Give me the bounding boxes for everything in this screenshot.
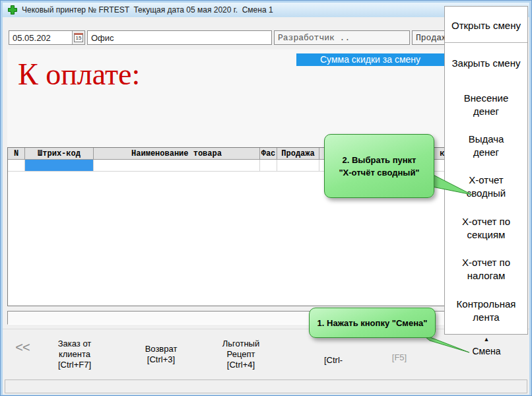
cell-barcode-selected[interactable]: [25, 160, 94, 172]
office-field[interactable]: Офис: [87, 30, 272, 45]
menu-item-control-tape[interactable]: Контрольная лента: [445, 290, 527, 331]
date-field[interactable]: 05.05.202 15: [9, 30, 85, 45]
callout-step1-text: 1. Нажать кнопку "Смена": [317, 317, 428, 329]
column-header-n: N: [8, 148, 25, 159]
payment-due-label: К оплате:: [18, 59, 140, 90]
shift-discount-label: Сумма скидки за смену: [296, 53, 444, 66]
callout-step2: 2. Выбрать пункт "Х-отчёт сводный": [324, 134, 434, 198]
calendar-icon: 15: [74, 33, 83, 42]
cell-pack[interactable]: [260, 160, 277, 172]
status-bar: [5, 380, 527, 393]
hidden-button-fragment[interactable]: [Ctrl-: [324, 355, 365, 366]
return-button[interactable]: Возврат [Ctrl+3]: [125, 344, 197, 365]
column-header-barcode: Штрих-код: [25, 148, 94, 159]
column-header-item-name: Наименование товара: [94, 148, 260, 159]
menu-item-cash-out[interactable]: Выдача денег: [445, 125, 527, 166]
customer-order-button[interactable]: Заказ от клиента [Ctrl+F7]: [39, 339, 110, 370]
menu-item-x-report-sections[interactable]: Х-отчет по секциям: [445, 208, 527, 249]
column-header-pack: Фас: [260, 148, 277, 159]
date-value: 05.05.202: [13, 33, 72, 43]
menu-item-close-shift[interactable]: Закрыть смену: [445, 43, 527, 84]
menu-item-cash-in[interactable]: Внесение денег: [445, 84, 527, 125]
developer-field[interactable]: Разработчик ..: [274, 30, 410, 45]
menu-item-x-report-taxes[interactable]: Х-отчет по налогам: [445, 249, 527, 290]
app-window: Чековый принтер № FRTEST Текущая дата 05…: [0, 0, 532, 396]
up-arrow-icon: ▲: [484, 336, 490, 343]
back-button[interactable]: <<: [9, 342, 36, 352]
cell-item-name[interactable]: [94, 160, 260, 172]
office-value: Офис: [91, 33, 114, 43]
app-icon: [7, 5, 18, 15]
f5-button[interactable]: [F5]: [379, 352, 420, 363]
menu-item-open-shift[interactable]: Открыть смену: [445, 9, 527, 42]
window-title: Чековый принтер № FRTEST Текущая дата 05…: [22, 5, 273, 15]
callout-step1: 1. Нажать кнопку "Смена": [309, 308, 436, 338]
callout-step2-text: 2. Выбрать пункт "Х-отчёт сводный": [339, 154, 419, 179]
column-header-sale: Продажа: [277, 148, 319, 159]
discount-recipe-button[interactable]: Льготный Рецепт [Ctrl+4]: [203, 339, 279, 370]
cell-sale[interactable]: [277, 160, 319, 172]
sales-value: Продаж: [416, 33, 447, 43]
cell-n[interactable]: [8, 160, 25, 172]
shift-button-label: Смена: [472, 345, 500, 357]
calendar-button[interactable]: 15: [72, 31, 84, 44]
developer-value: Разработчик ..: [278, 33, 350, 43]
